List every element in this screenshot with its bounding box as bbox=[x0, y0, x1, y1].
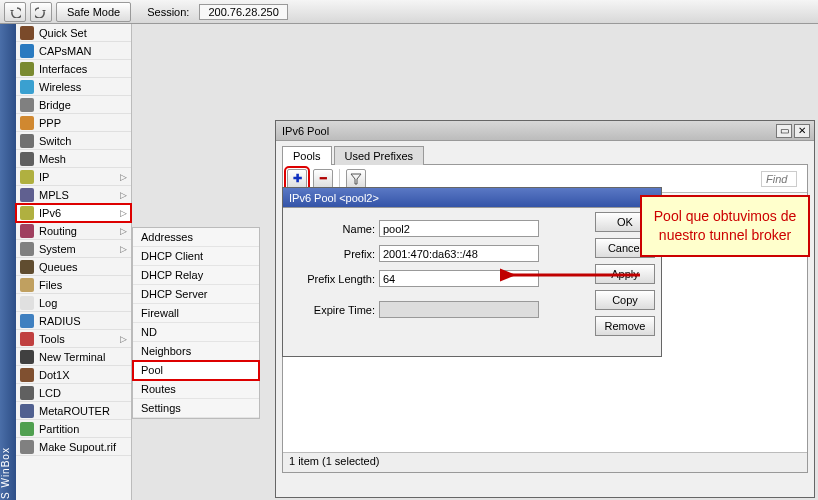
menu-icon bbox=[20, 296, 34, 310]
menu-label: IP bbox=[39, 171, 49, 183]
remove-pool-button[interactable]: Remove bbox=[595, 316, 655, 336]
submenu-item-neighbors[interactable]: Neighbors bbox=[133, 342, 259, 361]
menu-label: Routing bbox=[39, 225, 77, 237]
remove-button[interactable]: ━ bbox=[313, 169, 333, 189]
sidebar-item-switch[interactable]: Switch bbox=[16, 132, 131, 150]
sidebar-item-mesh[interactable]: Mesh bbox=[16, 150, 131, 168]
sidebar-item-dot1x[interactable]: Dot1X bbox=[16, 366, 131, 384]
prefix-label: Prefix: bbox=[295, 248, 375, 260]
menu-icon bbox=[20, 26, 34, 40]
session-label: Session: bbox=[147, 6, 189, 18]
find-input[interactable] bbox=[761, 171, 797, 187]
menu-icon bbox=[20, 134, 34, 148]
sidebar-item-mpls[interactable]: MPLS▷ bbox=[16, 186, 131, 204]
name-label: Name: bbox=[295, 223, 375, 235]
menu-label: LCD bbox=[39, 387, 61, 399]
submenu-item-nd[interactable]: ND bbox=[133, 323, 259, 342]
undo-icon bbox=[9, 6, 21, 18]
funnel-icon bbox=[350, 173, 362, 185]
submenu-item-addresses[interactable]: Addresses bbox=[133, 228, 259, 247]
sidebar-item-quick-set[interactable]: Quick Set bbox=[16, 24, 131, 42]
submenu-item-dhcp-client[interactable]: DHCP Client bbox=[133, 247, 259, 266]
top-toolbar: Safe Mode Session: 200.76.28.250 bbox=[0, 0, 818, 24]
menu-icon bbox=[20, 242, 34, 256]
sidebar-item-wireless[interactable]: Wireless bbox=[16, 78, 131, 96]
prefix-length-label: Prefix Length: bbox=[295, 273, 375, 285]
menu-icon bbox=[20, 404, 34, 418]
menu-icon bbox=[20, 314, 34, 328]
name-input[interactable] bbox=[379, 220, 539, 237]
sidebar-item-lcd[interactable]: LCD bbox=[16, 384, 131, 402]
submenu-arrow-icon: ▷ bbox=[120, 208, 127, 218]
sidebar-item-partition[interactable]: Partition bbox=[16, 420, 131, 438]
menu-label: New Terminal bbox=[39, 351, 105, 363]
menu-icon bbox=[20, 368, 34, 382]
submenu-item-routes[interactable]: Routes bbox=[133, 380, 259, 399]
sidebar-item-new-terminal[interactable]: New Terminal bbox=[16, 348, 131, 366]
expire-time-input bbox=[379, 301, 539, 318]
sidebar-item-make-supout-rif[interactable]: Make Supout.rif bbox=[16, 438, 131, 456]
menu-label: System bbox=[39, 243, 76, 255]
menu-icon bbox=[20, 62, 34, 76]
sidebar-item-interfaces[interactable]: Interfaces bbox=[16, 60, 131, 78]
menu-icon bbox=[20, 422, 34, 436]
menu-icon bbox=[20, 332, 34, 346]
menu-label: RADIUS bbox=[39, 315, 81, 327]
menu-label: Wireless bbox=[39, 81, 81, 93]
submenu-item-firewall[interactable]: Firewall bbox=[133, 304, 259, 323]
add-button[interactable]: ✚ bbox=[287, 169, 307, 189]
submenu-item-dhcp-server[interactable]: DHCP Server bbox=[133, 285, 259, 304]
submenu-item-dhcp-relay[interactable]: DHCP Relay bbox=[133, 266, 259, 285]
sidebar-item-ipv6[interactable]: IPv6▷ bbox=[16, 204, 131, 222]
filter-button[interactable] bbox=[346, 169, 366, 189]
ipv6-pool-window: IPv6 Pool ▭ ✕ PoolsUsed Prefixes ✚ ━ Nam… bbox=[275, 120, 815, 498]
submenu-item-settings[interactable]: Settings bbox=[133, 399, 259, 418]
sidebar-item-files[interactable]: Files bbox=[16, 276, 131, 294]
sidebar-item-metarouter[interactable]: MetaROUTER bbox=[16, 402, 131, 420]
sidebar-item-ip[interactable]: IP▷ bbox=[16, 168, 131, 186]
tab-pools[interactable]: Pools bbox=[282, 146, 332, 165]
menu-label: Queues bbox=[39, 261, 78, 273]
sidebar-item-ppp[interactable]: PPP bbox=[16, 114, 131, 132]
menu-label: Interfaces bbox=[39, 63, 87, 75]
vertical-title-text: S WinBox bbox=[0, 483, 11, 499]
window-minimize-button[interactable]: ▭ bbox=[776, 124, 792, 138]
tab-used-prefixes[interactable]: Used Prefixes bbox=[334, 146, 424, 165]
menu-label: MetaROUTER bbox=[39, 405, 110, 417]
menu-label: Mesh bbox=[39, 153, 66, 165]
window-close-button[interactable]: ✕ bbox=[794, 124, 810, 138]
sidebar-item-tools[interactable]: Tools▷ bbox=[16, 330, 131, 348]
submenu-item-pool[interactable]: Pool bbox=[133, 361, 259, 380]
window-title: IPv6 Pool bbox=[282, 125, 329, 137]
sidebar-item-system[interactable]: System▷ bbox=[16, 240, 131, 258]
redo-button[interactable] bbox=[30, 2, 52, 22]
sidebar-item-radius[interactable]: RADIUS bbox=[16, 312, 131, 330]
menu-label: Switch bbox=[39, 135, 71, 147]
session-value: 200.76.28.250 bbox=[199, 4, 287, 20]
menu-icon bbox=[20, 116, 34, 130]
menu-icon bbox=[20, 98, 34, 112]
safe-mode-button[interactable]: Safe Mode bbox=[56, 2, 131, 22]
sidebar-item-routing[interactable]: Routing▷ bbox=[16, 222, 131, 240]
menu-icon bbox=[20, 350, 34, 364]
menu-icon bbox=[20, 386, 34, 400]
sidebar-item-bridge[interactable]: Bridge bbox=[16, 96, 131, 114]
menu-icon bbox=[20, 188, 34, 202]
undo-button[interactable] bbox=[4, 2, 26, 22]
menu-label: Make Supout.rif bbox=[39, 441, 116, 453]
annotation-note: Pool que obtuvimos de nuestro tunnel bro… bbox=[640, 195, 810, 257]
sidebar-item-capsman[interactable]: CAPsMAN bbox=[16, 42, 131, 60]
sidebar-item-log[interactable]: Log bbox=[16, 294, 131, 312]
main-sidebar: Quick SetCAPsMANInterfacesWirelessBridge… bbox=[16, 24, 132, 500]
menu-icon bbox=[20, 44, 34, 58]
menu-icon bbox=[20, 224, 34, 238]
menu-icon bbox=[20, 152, 34, 166]
tab-strip: PoolsUsed Prefixes bbox=[276, 141, 814, 164]
menu-label: Files bbox=[39, 279, 62, 291]
submenu-arrow-icon: ▷ bbox=[120, 190, 127, 200]
edit-dialog-titlebar[interactable]: IPv6 Pool <pool2> bbox=[283, 188, 661, 208]
status-bar: 1 item (1 selected) bbox=[283, 452, 807, 472]
sidebar-item-queues[interactable]: Queues bbox=[16, 258, 131, 276]
menu-icon bbox=[20, 440, 34, 454]
submenu-arrow-icon: ▷ bbox=[120, 334, 127, 344]
